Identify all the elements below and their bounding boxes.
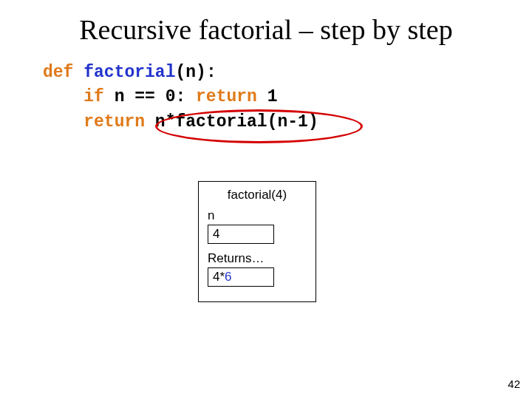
lit-1: 1 <box>257 87 278 106</box>
page-number: 42 <box>508 378 520 390</box>
kw-return-1: return <box>196 87 257 106</box>
ret-left: 4* <box>213 270 225 284</box>
code-block: def factorial(n): if n == 0: return 1 re… <box>43 61 318 134</box>
frame-return-value: 4*6 <box>208 267 274 287</box>
lparen: ( <box>175 63 185 82</box>
ret-right: 6 <box>225 270 231 284</box>
rparen-colon: ): <box>196 63 216 82</box>
frame-call: factorial(4) <box>205 188 310 202</box>
frame-var-label: n <box>208 208 310 223</box>
kw-return-2: return <box>83 112 145 132</box>
frame-var-value: 4 <box>208 225 274 244</box>
frame-returns-label: Returns… <box>208 251 310 266</box>
stack-frame: factorial(4) n 4 Returns… 4*6 <box>198 181 316 302</box>
slide-title: Recursive factorial – step by step <box>0 13 532 46</box>
function-name: factorial <box>83 63 175 82</box>
recursive-expr: n*factorial(n-1) <box>145 112 318 132</box>
kw-if: if <box>83 87 104 106</box>
kw-def: def <box>43 63 73 82</box>
arg-n: n <box>185 63 196 82</box>
cond: n == 0: <box>104 87 196 106</box>
